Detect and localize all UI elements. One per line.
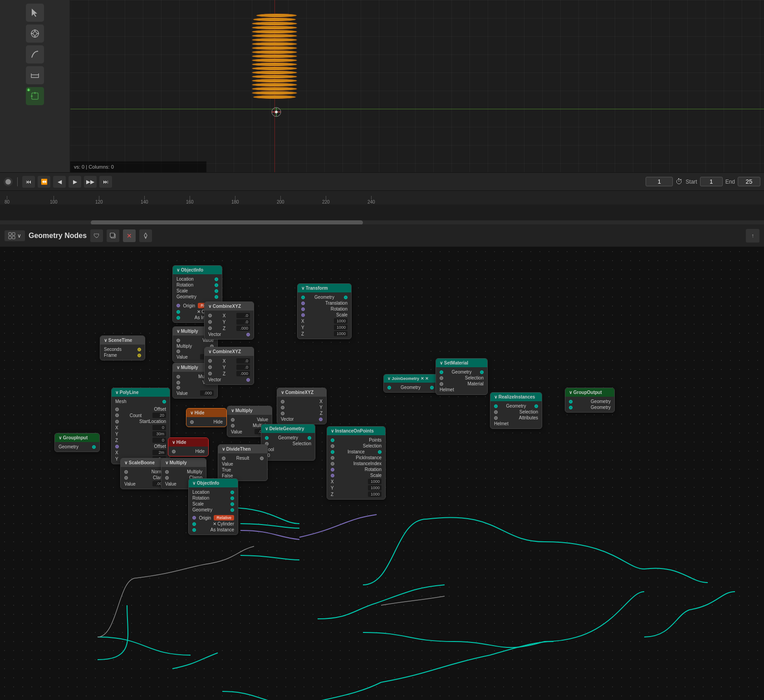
left-toolbar: + (0, 0, 70, 172)
play-button[interactable]: ▶ (69, 176, 81, 188)
skip-to-end-button[interactable]: ⏭ (99, 176, 112, 188)
svg-point-2 (33, 32, 37, 35)
node-combinexyz-3[interactable]: ∨ CombineXYZ X Y Z Vector (277, 388, 327, 424)
node-body-realizeinstances: Geometry Selection Attributes Helmet (490, 401, 542, 428)
svg-rect-7 (31, 75, 39, 78)
node-header-instanceonpoints: ∨ InstanceOnPoints (327, 427, 385, 435)
svg-rect-19 (9, 233, 11, 235)
node-hide-1[interactable]: ∨ Hide Hide (186, 408, 227, 427)
node-editor-dropdown[interactable]: ∨ (5, 230, 25, 241)
node-header-groupoutput: ∨ GroupOutput (565, 388, 614, 397)
node-body-transform-1: Geometry Translation Rotation Scale X100… (298, 292, 351, 339)
pin-button[interactable] (139, 229, 152, 242)
shield-button[interactable]: 🛡 (90, 229, 103, 242)
node-combinexyz-1[interactable]: ∨ CombineXYZ X.0 Y.0 Z.000 Vector (204, 301, 254, 340)
end-frame-input[interactable]: 25 (738, 177, 760, 186)
timeline-controls: ⏮ ⏪ ◀ ▶ ▶▶ ⏭ 1 ⏱ Start 1 End 25 (0, 173, 764, 191)
grid-background (70, 0, 764, 172)
close-button[interactable]: ✕ (123, 229, 136, 242)
next-frame-button[interactable]: ▶▶ (84, 176, 97, 188)
node-header-multiply-3: ∨ Multiply (227, 406, 272, 415)
toolbar-btn-measure[interactable] (26, 66, 44, 84)
svg-rect-20 (12, 233, 15, 235)
node-header-combinexyz-3: ∨ CombineXYZ (277, 388, 326, 397)
tick-100: 100 (50, 196, 58, 204)
node-header-joingeometry: ∨ JoinGeometry ✕ ✕ (384, 374, 437, 383)
node-groupinput[interactable]: ∨ GroupInput Geometry (54, 433, 100, 452)
ruler-marks: 80 100 120 140 160 180 200 220 240 (5, 191, 759, 204)
rewind-button[interactable]: ⏪ (38, 176, 50, 188)
current-frame-input[interactable]: 1 (646, 177, 673, 186)
node-objectinfo-2[interactable]: ∨ ObjectInfo Location Rotation Scale Geo… (188, 478, 238, 535)
node-instanceonpoints[interactable]: ∨ InstanceOnPoints Points Selection Inst… (327, 426, 386, 500)
record-button[interactable] (4, 177, 13, 186)
node-canvas[interactable]: ∨ ObjectInfo Location Rotation Scale Geo… (0, 247, 764, 700)
start-label: Start (686, 179, 697, 185)
timeline-section: ⏮ ⏪ ◀ ▶ ▶▶ ⏭ 1 ⏱ Start 1 End 25 ∨ Key Ma… (0, 172, 764, 224)
tick-220: 220 (322, 196, 330, 204)
tick-180: 180 (231, 196, 239, 204)
geometry-nodes-section: ∨ Geometry Nodes 🛡 ✕ ↑ (0, 224, 764, 700)
timeline-tracks (0, 204, 764, 225)
svg-rect-22 (12, 236, 15, 239)
node-groupoutput[interactable]: ∨ GroupOutput Geometry Geometry (565, 388, 615, 413)
node-meshline[interactable]: ∨ PolyLine Mesh Offset Count20 StartLoca… (111, 388, 170, 464)
node-body-groupinput: Geometry (55, 442, 99, 452)
node-header-multiply-lower: ∨ Multiply (162, 458, 206, 467)
stats-text: vs: 0 | Columns: 0 (74, 164, 114, 170)
node-header-dividethen: ∨ DivideThen (218, 445, 267, 453)
clock-icon: ⏱ (676, 178, 683, 186)
node-transform-1[interactable]: ∨ Transform Geometry Translation Rotatio… (297, 283, 352, 339)
copy-icon (110, 233, 116, 239)
coil-object (252, 14, 297, 109)
node-setmaterial[interactable]: ∨ SetMaterial Geometry Selection Materia… (436, 358, 488, 395)
copy-button[interactable] (107, 229, 119, 242)
node-scenetime-1[interactable]: ∨ SceneTime Seconds Frame (100, 335, 145, 360)
close-icon: ✕ (127, 232, 132, 239)
transform-gizmo (271, 107, 282, 117)
node-dividethen[interactable]: ∨ DivideThen Result Value True False (218, 444, 268, 481)
node-body-meshline: Mesh Offset Count20 StartLocation X0 Y30… (112, 397, 170, 464)
tick-240: 240 (367, 196, 375, 204)
node-body-combinexyz-2: X.0 Y.0 Z.000 Vector (205, 356, 254, 384)
node-realizeinstances[interactable]: ∨ RealizeInstances Geometry Selection At… (490, 392, 542, 429)
node-combinexyz-2[interactable]: ∨ CombineXYZ X.0 Y.0 Z.000 Vector (204, 347, 254, 385)
skip-to-start-button[interactable]: ⏮ (22, 176, 35, 188)
svg-rect-24 (110, 233, 114, 237)
start-frame-input[interactable]: 1 (700, 177, 723, 186)
record-dot (5, 179, 11, 185)
up-arrow-icon: ↑ (751, 233, 754, 239)
toolbar-btn-transform[interactable] (26, 24, 44, 43)
up-arrow-button[interactable]: ↑ (746, 229, 759, 243)
node-joingeometry[interactable]: ∨ JoinGeometry ✕ ✕ Geometry (383, 374, 438, 393)
gn-title: Geometry Nodes (29, 232, 87, 240)
node-header-deletegeometry: ∨ DeleteGeometry (261, 424, 315, 433)
tick-120: 120 (95, 196, 103, 204)
tick-160: 160 (186, 196, 194, 204)
tick-200: 200 (277, 196, 284, 204)
timeline-ruler[interactable]: 80 100 120 140 160 180 200 220 240 (0, 191, 764, 204)
node-body-setmaterial: Geometry Selection Material Helmet (436, 367, 487, 394)
shield-icon: 🛡 (93, 232, 100, 239)
toolbar-btn-cursor[interactable] (26, 4, 44, 22)
node-header-transform-1: ∨ Transform (298, 284, 351, 292)
node-header-setmaterial: ∨ SetMaterial (436, 359, 487, 367)
svg-rect-10 (32, 93, 38, 99)
node-body-dividethen: Result Value True False (218, 453, 267, 481)
node-header-objectinfo-2: ∨ ObjectInfo (189, 479, 238, 487)
node-body-combinexyz-3: X Y Z Vector (277, 397, 326, 424)
node-header-meshline: ∨ PolyLine (112, 388, 170, 397)
node-hide-lower[interactable]: ∨ Hide Hide (168, 438, 209, 457)
viewport-3d: vs: 0 | Columns: 0 (70, 0, 764, 172)
prev-frame-button[interactable]: ◀ (53, 176, 66, 188)
node-body-hide-lower: Hide (168, 447, 208, 456)
svg-marker-0 (32, 9, 37, 17)
toolbar-btn-add[interactable]: + (26, 87, 44, 105)
node-header-objectinfo-1: ∨ ObjectInfo (173, 266, 222, 274)
horizon-line (70, 109, 764, 109)
toolbar-btn-annotate[interactable] (26, 45, 44, 63)
node-deletegeometry[interactable]: ∨ DeleteGeometry Geometry Selection Bool… (261, 424, 315, 461)
end-label: End (725, 179, 735, 185)
node-header-scenetime-1: ∨ SceneTime (100, 336, 145, 345)
node-header-combinexyz-2: ∨ CombineXYZ (205, 347, 254, 356)
